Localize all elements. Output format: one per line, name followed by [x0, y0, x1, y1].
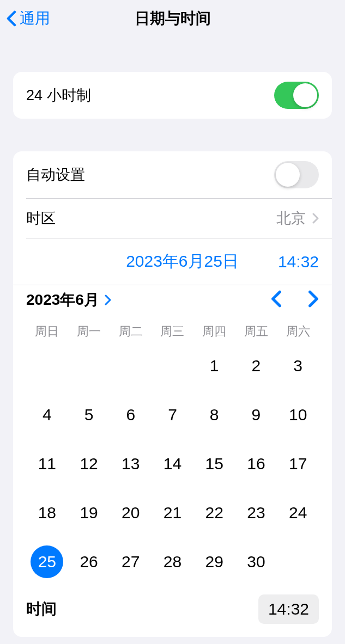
weekday-header: 周六: [277, 323, 319, 340]
weekday-header: 周三: [152, 323, 193, 340]
calendar-day-empty: [110, 349, 152, 382]
prev-month-button[interactable]: [271, 290, 282, 310]
calendar-day-empty: [68, 349, 110, 382]
calendar-day[interactable]: 14: [152, 447, 193, 480]
calendar-day[interactable]: 6: [110, 398, 152, 431]
timezone-value: 北京: [276, 208, 306, 228]
hour24-label: 24 小时制: [26, 85, 91, 105]
calendar-day[interactable]: 1: [193, 349, 235, 382]
calendar-day[interactable]: 4: [26, 398, 68, 431]
date-time-section: 自动设置 时区 北京 2023年6月25日 14:32 2023年6月: [13, 151, 332, 637]
time-label: 时间: [26, 599, 57, 620]
calendar-day[interactable]: 25: [26, 545, 68, 578]
calendar-day[interactable]: 12: [68, 447, 110, 480]
time-picker[interactable]: 14:32: [258, 594, 319, 624]
auto-set-label: 自动设置: [26, 165, 85, 185]
weekday-header: 周日: [26, 323, 68, 340]
toggle-knob: [276, 163, 300, 187]
chevron-right-icon: [308, 290, 319, 308]
calendar-day[interactable]: 26: [68, 545, 110, 578]
weekday-header: 周四: [193, 323, 235, 340]
weekday-header: 周二: [110, 323, 152, 340]
next-month-button[interactable]: [308, 290, 319, 310]
calendar-day-empty: [152, 349, 193, 382]
calendar-day[interactable]: 21: [152, 496, 193, 529]
calendar-day[interactable]: 19: [68, 496, 110, 529]
chevron-left-icon: [7, 10, 16, 27]
calendar-day[interactable]: 8: [193, 398, 235, 431]
calendar-day[interactable]: 9: [235, 398, 277, 431]
calendar-day[interactable]: 17: [277, 447, 319, 480]
calendar-day[interactable]: 20: [110, 496, 152, 529]
calendar-day[interactable]: 22: [193, 496, 235, 529]
month-label: 2023年6月: [26, 290, 99, 310]
page-title: 日期与时间: [135, 8, 211, 29]
calendar-day[interactable]: 28: [152, 545, 193, 578]
calendar-day[interactable]: 13: [110, 447, 152, 480]
timezone-row[interactable]: 时区 北京: [13, 199, 332, 238]
calendar-day[interactable]: 24: [277, 496, 319, 529]
selected-date-button[interactable]: 2023年6月25日: [126, 250, 239, 273]
hour24-toggle[interactable]: [274, 82, 319, 109]
calendar-day[interactable]: 18: [26, 496, 68, 529]
calendar-day[interactable]: 29: [193, 545, 235, 578]
timezone-label: 时区: [26, 208, 56, 228]
back-button[interactable]: 通用: [7, 8, 50, 29]
calendar-day-empty: [26, 349, 68, 382]
auto-set-toggle[interactable]: [274, 161, 319, 188]
weekday-header: 周一: [68, 323, 110, 340]
calendar-day[interactable]: 2: [235, 349, 277, 382]
calendar-day[interactable]: 10: [277, 398, 319, 431]
calendar-day[interactable]: 3: [277, 349, 319, 382]
month-selector[interactable]: 2023年6月: [26, 290, 111, 310]
calendar-day[interactable]: 15: [193, 447, 235, 480]
calendar-day[interactable]: 23: [235, 496, 277, 529]
calendar-day[interactable]: 27: [110, 545, 152, 578]
calendar-day[interactable]: 30: [235, 545, 277, 578]
hour-format-section: 24 小时制: [13, 72, 332, 119]
chevron-left-icon: [271, 290, 282, 308]
calendar-day[interactable]: 11: [26, 447, 68, 480]
selected-time-button[interactable]: 14:32: [278, 253, 319, 271]
chevron-right-icon: [312, 213, 319, 224]
calendar-day[interactable]: 16: [235, 447, 277, 480]
weekday-header: 周五: [235, 323, 277, 340]
calendar-day[interactable]: 5: [68, 398, 110, 431]
toggle-knob: [293, 83, 317, 107]
back-label: 通用: [20, 8, 50, 29]
calendar-day[interactable]: 7: [152, 398, 193, 431]
chevron-right-icon: [105, 295, 111, 305]
